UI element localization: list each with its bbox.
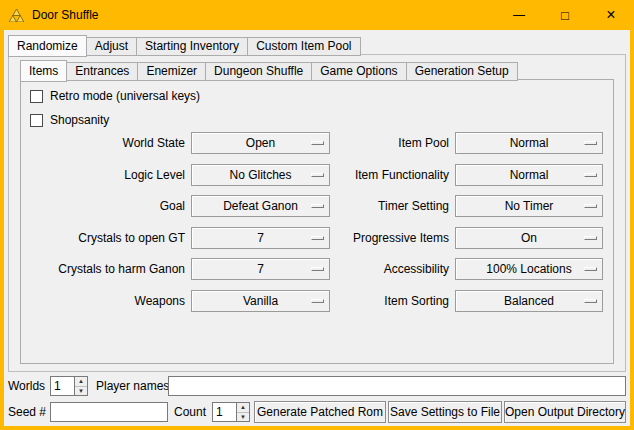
retro-mode-checkbox[interactable]: Retro mode (universal keys) — [30, 88, 200, 104]
dropdown-timer-setting[interactable]: No Timer — [455, 195, 603, 217]
spinner-up-icon[interactable]: ▲ — [237, 403, 249, 413]
field-label-timer-setting: Timer Setting — [284, 195, 449, 217]
field-label-item-pool: Item Pool — [284, 132, 449, 154]
tab-game-options[interactable]: Game Options — [311, 62, 406, 81]
minimize-button[interactable]: — — [496, 0, 542, 30]
field-label-goal: Goal — [4, 195, 185, 217]
dropdown-indicator-icon — [584, 236, 597, 240]
worlds-label: Worlds — [8, 376, 45, 396]
tab-enemizer[interactable]: Enemizer — [137, 62, 206, 81]
app-icon — [9, 8, 25, 22]
count-spinner[interactable]: ▲ ▼ — [212, 402, 250, 422]
maximize-button[interactable]: □ — [542, 0, 588, 30]
spinner-down-icon[interactable]: ▼ — [75, 387, 87, 396]
window-title: Door Shuffle — [32, 8, 99, 22]
count-input[interactable] — [213, 403, 236, 421]
field-label-item-functionality: Item Functionality — [284, 164, 449, 186]
generate-patched-rom-button[interactable]: Generate Patched Rom — [254, 401, 386, 423]
open-output-directory-button[interactable]: Open Output Directory — [504, 401, 626, 423]
dropdown-indicator-icon — [584, 267, 597, 271]
close-button[interactable]: × — [588, 0, 634, 30]
worlds-input[interactable] — [51, 377, 74, 395]
dropdown-indicator-icon — [584, 299, 597, 303]
titlebar[interactable]: Door Shuffle — □ × — [0, 0, 634, 30]
checkbox-label: Shopsanity — [50, 113, 109, 127]
worlds-spinner[interactable]: ▲ ▼ — [50, 376, 88, 396]
dropdown-item-pool[interactable]: Normal — [455, 132, 603, 154]
dropdown-item-functionality[interactable]: Normal — [455, 164, 603, 186]
checkbox-label: Retro mode (universal keys) — [50, 89, 200, 103]
dropdown-indicator-icon — [584, 204, 597, 208]
tab-dungeon-shuffle[interactable]: Dungeon Shuffle — [205, 62, 312, 81]
tab-adjust[interactable]: Adjust — [86, 37, 137, 56]
field-label-accessibility: Accessibility — [284, 258, 449, 280]
dropdown-accessibility[interactable]: 100% Locations — [455, 258, 603, 280]
inner-tabbar: Items Entrances Enemizer Dungeon Shuffle… — [20, 60, 517, 81]
app-window: Door Shuffle — □ × Randomize Adjust Star… — [0, 0, 634, 430]
save-settings-button[interactable]: Save Settings to File — [388, 401, 502, 423]
spinner-arrows: ▲ ▼ — [74, 377, 87, 395]
window-controls: — □ × — [496, 0, 634, 30]
field-label-item-sorting: Item Sorting — [284, 290, 449, 312]
field-label-crystals-open-gt: Crystals to open GT — [4, 227, 185, 249]
seed-input[interactable] — [50, 402, 168, 422]
field-label-logic-level: Logic Level — [4, 164, 185, 186]
checkbox-box[interactable] — [30, 90, 43, 103]
field-label-weapons: Weapons — [4, 290, 185, 312]
spinner-down-icon[interactable]: ▼ — [237, 413, 249, 422]
shopsanity-checkbox[interactable]: Shopsanity — [30, 112, 109, 128]
tab-items[interactable]: Items — [20, 60, 67, 82]
tab-starting-inventory[interactable]: Starting Inventory — [136, 37, 248, 56]
tab-entrances[interactable]: Entrances — [66, 62, 138, 81]
tab-randomize[interactable]: Randomize — [8, 35, 87, 57]
dropdown-item-sorting[interactable]: Balanced — [455, 290, 603, 312]
checkbox-box[interactable] — [30, 114, 43, 127]
tab-custom-item-pool[interactable]: Custom Item Pool — [247, 37, 360, 56]
dropdown-indicator-icon — [584, 173, 597, 177]
field-label-world-state: World State — [4, 132, 185, 154]
player-names-label: Player names — [96, 376, 169, 396]
spinner-arrows: ▲ ▼ — [236, 403, 249, 421]
tab-generation-setup[interactable]: Generation Setup — [406, 62, 518, 81]
spinner-up-icon[interactable]: ▲ — [75, 377, 87, 387]
triforce-icon — [9, 9, 24, 22]
dropdown-indicator-icon — [584, 141, 597, 145]
client-area: Randomize Adjust Starting Inventory Cust… — [4, 30, 630, 426]
dropdown-progressive-items[interactable]: On — [455, 227, 603, 249]
field-label-progressive-items: Progressive Items — [284, 227, 449, 249]
outer-tabbar: Randomize Adjust Starting Inventory Cust… — [8, 35, 360, 56]
player-names-input[interactable] — [168, 376, 626, 396]
count-label: Count — [174, 402, 206, 422]
field-label-crystals-harm-ganon: Crystals to harm Ganon — [4, 258, 185, 280]
seed-label: Seed # — [8, 402, 46, 422]
